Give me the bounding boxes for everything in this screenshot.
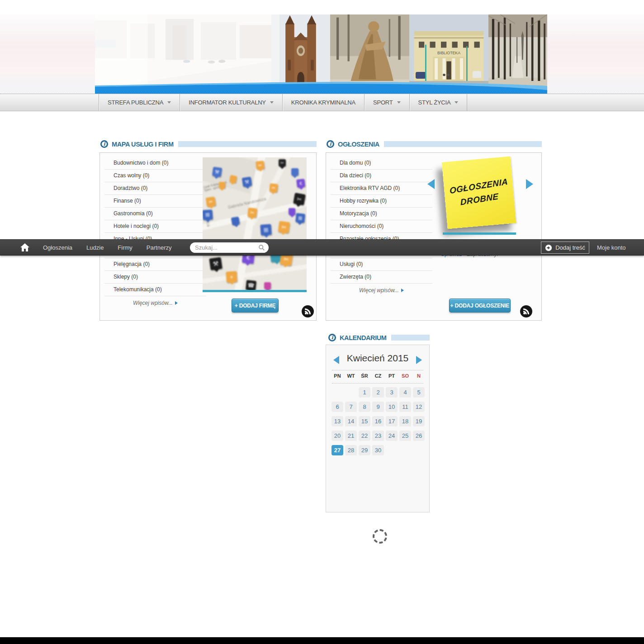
ads-category-item[interactable]: Motoryzacja (0) <box>331 208 432 220</box>
ads-category-item[interactable]: Usługi (0) <box>331 258 432 271</box>
toolbar-link[interactable]: Partnerzy <box>147 244 172 251</box>
calendar-day[interactable]: 3 <box>386 387 398 398</box>
calendar-day[interactable]: 5 <box>413 387 425 398</box>
calendar-day[interactable]: 12 <box>413 402 425 412</box>
map-category-item[interactable]: Doradztwo (0) <box>104 182 206 195</box>
page: BIBLIOTEKA <box>0 0 644 644</box>
carousel-prev-icon[interactable] <box>427 179 435 189</box>
add-ad-button[interactable]: + DODAJ OGŁOSZENIE <box>449 298 511 313</box>
map-more-link[interactable]: Więcej wpisów... <box>104 300 206 306</box>
map-category-label: Pielęgnacja (0) <box>114 261 150 267</box>
calendar-day[interactable]: 8 <box>359 402 370 412</box>
calendar-day[interactable]: 2 <box>372 387 384 398</box>
carousel-next-icon[interactable] <box>526 179 533 189</box>
map-category-item[interactable]: Gastronomia (0) <box>104 208 206 220</box>
home-icon[interactable] <box>20 243 29 252</box>
calendar-day[interactable]: 6 <box>331 402 343 412</box>
calendar-next-icon[interactable] <box>416 356 422 364</box>
calendar-day[interactable]: 11 <box>399 402 411 412</box>
calendar-day[interactable]: 28 <box>345 445 357 455</box>
chevron-down-icon <box>270 101 274 104</box>
ads-category-item[interactable]: Dla dzieci (0) <box>331 170 432 182</box>
calendar-day[interactable]: 1 <box>359 387 370 398</box>
search-input[interactable] <box>190 242 269 253</box>
calendar-day[interactable]: 23 <box>372 431 384 441</box>
calendar-day[interactable]: 16 <box>372 416 384 426</box>
main-nav-item-label: KRONIKA KRYMINALNA <box>291 99 355 106</box>
calendar-day[interactable]: 29 <box>359 445 370 455</box>
ads-category-item[interactable]: Zwierzęta (0) <box>331 271 432 284</box>
calendar-day[interactable]: 20 <box>331 431 343 441</box>
map-category-label: Telekomunikacja (0) <box>114 286 162 293</box>
map-pin-icon: ✂ <box>256 161 265 170</box>
calendar-day[interactable]: 21 <box>345 431 357 441</box>
info-icon[interactable]: i <box>100 140 108 148</box>
main-nav-item-label: STYL ŻYCIA <box>418 99 451 106</box>
rss-icon[interactable] <box>520 305 532 317</box>
add-company-button[interactable]: + DODAJ FIRMĘ <box>232 298 279 313</box>
calendar-day[interactable]: 18 <box>399 416 411 426</box>
calendar-day[interactable]: 14 <box>345 416 357 426</box>
calendar-day[interactable]: 13 <box>331 416 343 426</box>
ads-category-item[interactable]: Hobby rozrywka (0) <box>331 195 432 208</box>
map-category-item[interactable]: Telekomunikacja (0) <box>104 284 206 296</box>
search-icon[interactable] <box>258 244 265 251</box>
map-category-label: Czas wolny (0) <box>114 172 149 179</box>
map-category-item[interactable]: Sklepy (0) <box>104 271 206 284</box>
map-category-item[interactable]: Czas wolny (0) <box>104 170 206 182</box>
main-nav-item[interactable]: SPORT <box>365 94 410 111</box>
calendar-day-selected[interactable]: 27 <box>331 445 343 455</box>
map-pin-icon: € <box>296 179 305 188</box>
map-pin-icon: ⊞ <box>295 213 305 223</box>
ads-category-label: Motoryzacja (0) <box>340 210 377 217</box>
map-category-item[interactable]: Hotele i noclegi (0) <box>104 220 206 233</box>
calendar-day[interactable]: 15 <box>359 416 370 426</box>
calendar-day[interactable]: 19 <box>413 416 425 426</box>
map-pin-icon: ⊞ <box>203 209 213 220</box>
ads-category-item[interactable]: Dla domu (0) <box>331 157 432 170</box>
main-nav-item[interactable]: INFORMATOR KULTURALNY <box>180 94 283 111</box>
ads-section-header: i OGŁOSZENIA <box>327 140 542 148</box>
calendar-day-header: ŚR <box>359 373 370 379</box>
toolbar-links: OgłoszeniaLudzieFirmyPartnerzy <box>43 240 172 255</box>
map-category-item[interactable]: Budownictwo i dom (0) <box>104 157 206 170</box>
map-pin-icon: ⚒ <box>242 177 252 187</box>
calendar-day[interactable]: 25 <box>399 431 411 441</box>
main-nav-item[interactable]: STREFA PUBLICZNA <box>99 94 180 111</box>
calendar-day[interactable]: 30 <box>372 445 384 455</box>
map-category-item[interactable]: Pielęgnacja (0) <box>104 258 206 271</box>
toolbar-link[interactable]: Ogłoszenia <box>43 244 72 251</box>
toolbar-link[interactable]: Ludzie <box>86 244 104 251</box>
calendar-day[interactable]: 7 <box>345 402 357 412</box>
my-account-link[interactable]: Moje konto <box>597 244 626 251</box>
info-icon[interactable]: i <box>327 140 334 148</box>
ads-category-label: Elektronika RTV AGD (0) <box>340 185 400 191</box>
add-content-button[interactable]: Dodaj treść <box>541 242 589 254</box>
calendar-day[interactable]: 26 <box>413 431 425 441</box>
calendar-section-title: KALENDARIUM <box>340 334 387 341</box>
calendar-day[interactable]: 10 <box>386 402 398 412</box>
ads-category-label: Usługi (0) <box>340 261 363 267</box>
ads-category-item[interactable]: Elektronika RTV AGD (0) <box>331 182 432 195</box>
services-map[interactable]: Gabriela Narutowicza szica czak Edyta, m… <box>203 157 307 292</box>
calendar-day[interactable]: 17 <box>386 416 398 426</box>
map-category-label: Doradztwo (0) <box>114 185 147 191</box>
calendar-prev-icon[interactable] <box>333 356 339 364</box>
calendar-day[interactable]: 24 <box>386 431 398 441</box>
ads-more-link[interactable]: Więcej wpisów... <box>331 287 432 294</box>
map-scene: Gabriela Narutowicza szica czak Edyta, m… <box>203 157 307 292</box>
toolbar-link[interactable]: Firmy <box>118 244 133 251</box>
ads-category-item[interactable]: Nieruchomości (0) <box>331 220 432 233</box>
map-pin-icon <box>264 282 271 289</box>
sticky-note-slide[interactable]: OGŁOSZENIA DROBNE <box>442 156 516 229</box>
main-nav-item[interactable]: KRONIKA KRYMINALNA <box>283 94 365 111</box>
map-category-item[interactable]: Finanse (0) <box>104 195 206 208</box>
more-link-label: Więcej wpisów... <box>133 300 173 306</box>
calendar-day[interactable]: 4 <box>399 387 411 398</box>
calendar-day[interactable]: 22 <box>359 431 370 441</box>
calendar-day[interactable]: 9 <box>372 402 384 412</box>
city-photo-banner: BIBLIOTEKA <box>95 14 547 94</box>
main-nav-item[interactable]: STYL ŻYCIA <box>410 94 468 111</box>
rss-icon[interactable] <box>302 305 314 317</box>
info-icon[interactable]: i <box>328 334 336 341</box>
